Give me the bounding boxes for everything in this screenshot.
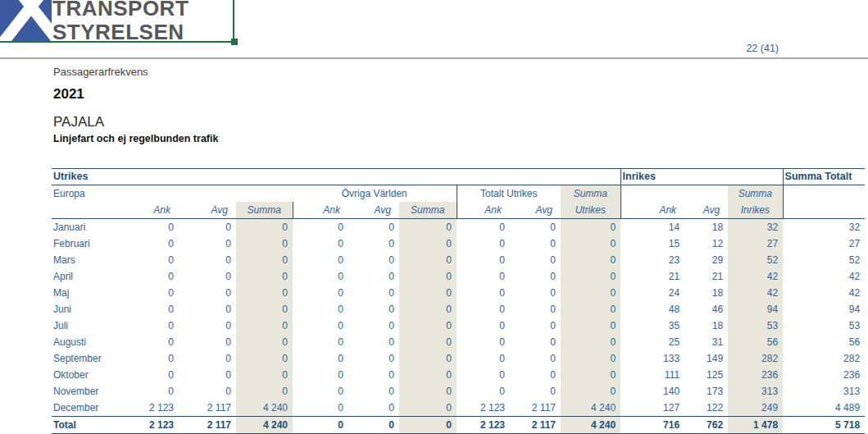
value-cell: 0 — [119, 350, 179, 367]
value-cell: 0 — [561, 285, 620, 301]
value-cell: 716 — [620, 417, 684, 434]
header-ovriga-ank: Ank — [293, 202, 348, 219]
header-summa-utrikes-1: Summa — [561, 185, 620, 203]
value-cell: 0 — [510, 383, 561, 400]
header-europa: Europa — [52, 185, 293, 203]
header-inrikes-avg: Avg — [684, 202, 728, 219]
value-cell: 0 — [179, 219, 236, 236]
value-cell: 52 — [728, 252, 783, 268]
value-cell: 0 — [119, 318, 179, 334]
value-cell: 0 — [510, 252, 561, 268]
report-title: Passagerarfrekvens — [53, 66, 148, 78]
value-cell: 2 117 — [179, 400, 236, 417]
header-totalt-ank: Ank — [457, 202, 510, 219]
value-cell: 0 — [179, 350, 236, 367]
value-cell: 15 — [620, 235, 684, 252]
value-cell: 21 — [684, 268, 728, 285]
table-row: December2 1232 1174 2400002 1232 1174 24… — [52, 400, 865, 417]
transportstyrelsen-logo-icon — [0, 0, 52, 43]
value-cell: 140 — [620, 383, 684, 400]
table-row: Juli00000000035185353 — [52, 318, 865, 334]
value-cell: 0 — [561, 252, 620, 268]
value-cell: 29 — [684, 252, 728, 268]
value-cell: 0 — [457, 301, 510, 318]
value-cell: 0 — [348, 285, 399, 301]
value-cell: 0 — [119, 367, 179, 383]
value-cell: 0 — [399, 235, 457, 252]
value-cell: 18 — [684, 318, 728, 334]
value-cell: 0 — [293, 350, 348, 367]
value-cell: 0 — [399, 268, 457, 285]
value-cell: 0 — [561, 235, 620, 252]
value-cell: 0 — [399, 350, 457, 367]
value-cell: 0 — [119, 383, 179, 400]
value-cell: 0 — [348, 350, 399, 367]
cell-selection-handle[interactable] — [231, 39, 238, 45]
value-cell: 122 — [684, 400, 728, 417]
value-cell: 0 — [399, 383, 457, 400]
table-row: Oktober000000000111125236236 — [52, 367, 865, 383]
header-inrikes: Inrikes — [620, 169, 783, 185]
table-row: Maj00000000024184242 — [52, 285, 865, 301]
value-cell: 23 — [620, 252, 684, 268]
value-cell: 4 489 — [783, 400, 865, 417]
value-cell: 0 — [179, 367, 236, 383]
header-summa-inrikes-1: Summa — [728, 185, 783, 203]
header-summa-totalt: Summa Totalt — [783, 169, 865, 185]
month-label: Mars — [52, 252, 119, 268]
value-cell: 31 — [684, 334, 728, 350]
value-cell: 2 117 — [179, 417, 236, 434]
header-europa-avg: Avg — [179, 202, 236, 219]
month-label: November — [52, 383, 119, 400]
value-cell: 0 — [236, 318, 293, 334]
value-cell: 1 478 — [728, 417, 783, 434]
value-cell: 4 240 — [236, 417, 293, 434]
value-cell: 27 — [728, 235, 783, 252]
value-cell: 0 — [457, 252, 510, 268]
value-cell: 32 — [783, 219, 865, 236]
value-cell: 133 — [620, 350, 684, 367]
value-cell: 0 — [457, 383, 510, 400]
value-cell: 0 — [561, 334, 620, 350]
value-cell: 0 — [561, 301, 620, 318]
month-label: Februari — [52, 235, 119, 252]
value-cell: 0 — [457, 268, 510, 285]
value-cell: 35 — [620, 318, 684, 334]
value-cell: 4 240 — [561, 400, 620, 417]
value-cell: 0 — [179, 285, 236, 301]
value-cell: 52 — [783, 252, 865, 268]
value-cell: 21 — [620, 268, 684, 285]
month-label: Maj — [52, 285, 119, 301]
value-cell: 94 — [783, 301, 865, 318]
value-cell: 2 123 — [457, 400, 510, 417]
value-cell: 125 — [684, 367, 728, 383]
month-label: Oktober — [52, 367, 119, 383]
value-cell: 0 — [236, 252, 293, 268]
value-cell: 0 — [236, 301, 293, 318]
value-cell: 0 — [561, 383, 620, 400]
value-cell: 0 — [348, 400, 399, 417]
value-cell: 0 — [457, 367, 510, 383]
value-cell: 42 — [728, 268, 783, 285]
value-cell: 282 — [728, 350, 783, 367]
month-label: Januari — [52, 219, 119, 236]
value-cell: 2 117 — [510, 417, 561, 434]
header-utrikes: Utrikes — [52, 169, 620, 185]
value-cell: 24 — [620, 285, 684, 301]
value-cell: 25 — [620, 334, 684, 350]
value-cell: 0 — [399, 301, 457, 318]
spacer-cell — [783, 185, 865, 203]
table-row: Juni00000000048469494 — [52, 301, 865, 318]
value-cell: 0 — [293, 417, 348, 434]
cell-selection-border-right — [233, 0, 234, 42]
value-cell: 0 — [510, 350, 561, 367]
value-cell: 56 — [728, 334, 783, 350]
value-cell: 53 — [783, 318, 865, 334]
value-cell: 0 — [119, 285, 179, 301]
value-cell: 0 — [293, 334, 348, 350]
value-cell: 0 — [293, 219, 348, 236]
report-year: 2021 — [53, 86, 84, 103]
value-cell: 0 — [236, 383, 293, 400]
value-cell: 0 — [119, 235, 179, 252]
value-cell: 2 117 — [510, 400, 561, 417]
